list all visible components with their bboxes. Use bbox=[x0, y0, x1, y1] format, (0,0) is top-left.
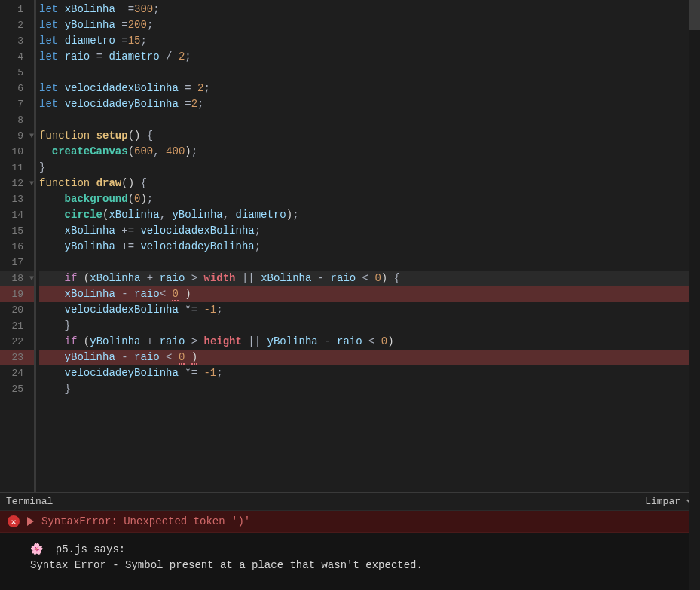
terminal-error-banner[interactable]: ✕ SyntaxError: Unexpected token ')' bbox=[0, 511, 700, 533]
editor-area: 1 2 3 4 5 6 7 8 9▼ 10 11 12▼ 13 14 15 16… bbox=[0, 0, 700, 492]
terminal-messages: 🌸 p5.js says: Syntax Error - Symbol pres… bbox=[0, 533, 700, 579]
line-number[interactable]: 13 bbox=[0, 191, 34, 207]
error-icon: ✕ bbox=[8, 515, 20, 527]
fold-marker-icon[interactable]: ▼ bbox=[29, 176, 34, 191]
line-number[interactable]: 14 bbox=[0, 207, 34, 223]
code-line-error[interactable]: xBolinha - raio< 0 ) bbox=[39, 286, 700, 302]
code-line[interactable]: let yBolinha =200; bbox=[39, 17, 700, 33]
code-line[interactable]: velocidadexBolinha *= -1; bbox=[39, 302, 700, 318]
code-line[interactable]: background(0); bbox=[39, 191, 700, 207]
code-line[interactable] bbox=[39, 255, 700, 271]
line-number[interactable]: 12▼ bbox=[0, 176, 34, 191]
line-number[interactable]: 10 bbox=[0, 144, 34, 160]
terminal-body[interactable]: ✕ SyntaxError: Unexpected token ')' 🌸 p5… bbox=[0, 511, 700, 590]
line-number[interactable]: 16 bbox=[0, 239, 34, 255]
code-line[interactable]: } bbox=[39, 318, 700, 334]
code-line[interactable]: } bbox=[39, 381, 700, 397]
terminal-message-line: Syntax Error - Symbol present at a place… bbox=[30, 558, 670, 573]
code-text-area[interactable]: let xBolinha =300; let yBolinha =200; le… bbox=[36, 0, 700, 492]
code-line[interactable] bbox=[39, 112, 700, 128]
line-number[interactable]: 7 bbox=[0, 96, 34, 112]
line-number[interactable]: 3 bbox=[0, 33, 34, 49]
terminal-header: Terminal Limpar bbox=[0, 493, 700, 511]
code-line[interactable]: let xBolinha =300; bbox=[39, 2, 700, 17]
line-number-gutter: 1 2 3 4 5 6 7 8 9▼ 10 11 12▼ 13 14 15 16… bbox=[0, 0, 36, 492]
line-number[interactable]: 6 bbox=[0, 81, 34, 96]
line-number[interactable]: 25 bbox=[0, 381, 34, 397]
scrollbar[interactable] bbox=[689, 511, 700, 590]
line-number[interactable]: 21 bbox=[0, 318, 34, 334]
code-line[interactable]: let velocidadexBolinha = 2; bbox=[39, 81, 700, 96]
terminal-title: Terminal bbox=[6, 496, 53, 507]
code-line[interactable]: let diametro =15; bbox=[39, 33, 700, 49]
code-line[interactable]: if (xBolinha + raio > width || xBolinha … bbox=[39, 271, 700, 286]
code-line[interactable]: xBolinha += velocidadexBolinha; bbox=[39, 223, 700, 239]
line-number[interactable]: 5 bbox=[0, 65, 34, 81]
code-line[interactable]: function setup() { bbox=[39, 128, 700, 144]
code-line[interactable]: let velocidadeyBolinha =2; bbox=[39, 96, 700, 112]
line-number[interactable]: 18▼ bbox=[0, 271, 34, 286]
line-number[interactable]: 17 bbox=[0, 255, 34, 271]
line-number[interactable]: 19 bbox=[0, 286, 34, 302]
code-line[interactable]: createCanvas(600, 400); bbox=[39, 144, 700, 160]
code-line[interactable]: yBolinha += velocidadeyBolinha; bbox=[39, 239, 700, 255]
code-line[interactable]: } bbox=[39, 160, 700, 176]
line-number[interactable]: 4 bbox=[0, 49, 34, 65]
line-number[interactable]: 20 bbox=[0, 302, 34, 318]
fold-marker-icon[interactable]: ▼ bbox=[29, 128, 34, 144]
code-line-error[interactable]: yBolinha - raio < 0 ) bbox=[39, 350, 700, 365]
code-line[interactable]: circle(xBolinha, yBolinha, diametro); bbox=[39, 207, 700, 223]
terminal-message-line: 🌸 p5.js says: bbox=[30, 542, 670, 558]
code-line[interactable]: function draw() { bbox=[39, 176, 700, 191]
play-icon bbox=[27, 517, 34, 526]
line-number[interactable]: 15 bbox=[0, 223, 34, 239]
terminal-error-text: SyntaxError: Unexpected token ')' bbox=[41, 515, 250, 527]
line-number[interactable]: 11 bbox=[0, 160, 34, 176]
code-line[interactable]: let raio = diametro / 2; bbox=[39, 49, 700, 65]
line-number[interactable]: 2 bbox=[0, 17, 34, 33]
terminal-panel: Terminal Limpar ✕ SyntaxError: Unexpecte… bbox=[0, 492, 700, 590]
line-number[interactable]: 22 bbox=[0, 334, 34, 350]
fold-marker-icon[interactable]: ▼ bbox=[29, 271, 34, 286]
code-line[interactable]: if (yBolinha + raio > height || yBolinha… bbox=[39, 334, 700, 350]
code-line[interactable]: velocidadeyBolinha *= -1; bbox=[39, 365, 700, 381]
line-number[interactable]: 9▼ bbox=[0, 128, 34, 144]
terminal-clear-button[interactable]: Limpar bbox=[645, 496, 680, 507]
line-number[interactable]: 23 bbox=[0, 350, 34, 365]
line-number[interactable]: 24 bbox=[0, 365, 34, 381]
line-number[interactable]: 1 bbox=[0, 2, 34, 17]
code-line[interactable] bbox=[39, 65, 700, 81]
line-number[interactable]: 8 bbox=[0, 112, 34, 128]
